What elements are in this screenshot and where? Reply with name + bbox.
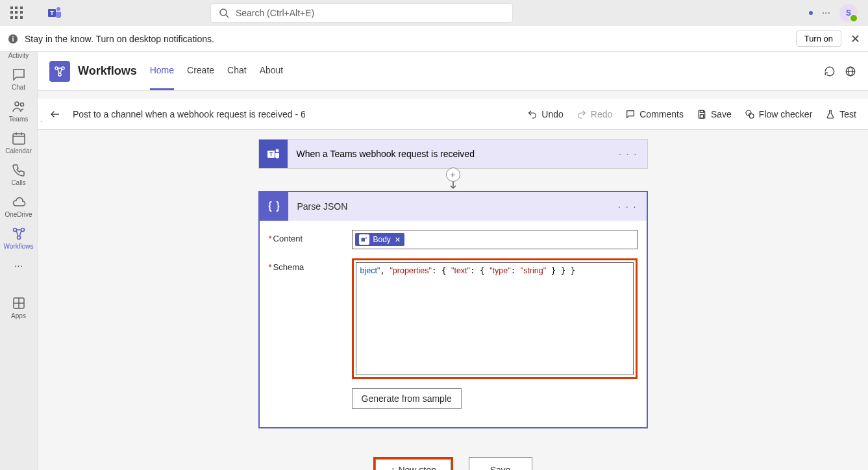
- svg-rect-28: [700, 114, 703, 117]
- info-icon: i: [8, 34, 18, 44]
- parse-json-step: Parse JSON · · · *Content Body: [258, 191, 648, 428]
- svg-point-32: [275, 149, 279, 153]
- turn-on-button[interactable]: Turn on: [796, 31, 841, 47]
- tab-about[interactable]: About: [260, 52, 284, 90]
- search-placeholder: Search (Ctrl+Alt+E): [236, 8, 314, 18]
- tab-create[interactable]: Create: [187, 52, 214, 90]
- svg-rect-27: [700, 110, 703, 112]
- redo-icon: [577, 109, 587, 119]
- save-label: Save: [711, 109, 732, 119]
- teams-logo-icon: T: [47, 5, 62, 21]
- body-token[interactable]: Body ✕: [355, 233, 404, 246]
- teams-connector-icon: T: [259, 140, 288, 168]
- schema-label: *Schema: [269, 258, 352, 272]
- close-icon[interactable]: ✕: [850, 32, 860, 46]
- presence-dot-icon: [809, 11, 813, 15]
- trigger-title: When a Teams webhook request is received: [297, 149, 475, 159]
- svg-text:T: T: [269, 151, 273, 157]
- schema-textarea[interactable]: bject", "properties": { "text": { "type"…: [356, 262, 634, 375]
- flow-canvas: T When a Teams webhook request is receiv…: [38, 130, 868, 470]
- app-launcher-icon[interactable]: [10, 6, 23, 19]
- step-menu-icon[interactable]: · · ·: [618, 201, 637, 212]
- save-icon: [697, 109, 707, 119]
- new-step-button[interactable]: + New step: [375, 459, 451, 470]
- notification-text: Stay in the know. Turn on desktop notifi…: [25, 34, 214, 44]
- token-label: Body: [373, 235, 391, 244]
- comments-button[interactable]: Comments: [625, 109, 684, 119]
- svg-point-3: [220, 9, 227, 16]
- new-step-highlight: + New step: [373, 457, 453, 470]
- trigger-step[interactable]: T When a Teams webhook request is receiv…: [258, 139, 648, 169]
- refresh-icon[interactable]: [824, 66, 836, 77]
- globe-icon[interactable]: [845, 66, 856, 77]
- svg-point-29: [749, 114, 754, 118]
- parse-json-title: Parse JSON: [297, 201, 348, 212]
- titlebar: T Search (Ctrl+Alt+E) ··· S: [0, 0, 868, 26]
- generate-from-sample-button[interactable]: Generate from sample: [352, 388, 462, 409]
- undo-icon: [527, 109, 538, 119]
- flow-name: Post to a channel when a webhook request…: [73, 109, 306, 119]
- beaker-icon: [825, 109, 836, 119]
- search-input[interactable]: Search (Ctrl+Alt+E): [210, 3, 513, 23]
- test-label: Test: [839, 109, 856, 119]
- save-button[interactable]: Save: [697, 109, 732, 119]
- svg-point-2: [56, 7, 60, 11]
- svg-point-35: [365, 237, 367, 239]
- teams-token-icon: [359, 234, 369, 245]
- comments-label: Comments: [639, 109, 684, 119]
- connector: +: [446, 169, 460, 191]
- more-icon[interactable]: ···: [822, 7, 830, 19]
- schema-input-highlight: bject", "properties": { "text": { "type"…: [352, 258, 638, 379]
- notification-bar: i Stay in the know. Turn on desktop noti…: [0, 26, 868, 52]
- add-step-icon[interactable]: +: [446, 167, 460, 182]
- tab-home[interactable]: Home: [150, 52, 174, 90]
- undo-label: Undo: [541, 109, 563, 119]
- arrow-down-icon: [448, 180, 458, 191]
- undo-button[interactable]: Undo: [527, 109, 563, 119]
- test-button[interactable]: Test: [825, 109, 856, 119]
- parse-json-icon: [260, 192, 288, 221]
- flow-checker-button[interactable]: Flow checker: [745, 109, 812, 119]
- workflows-header: Workflows Home Create Chat About: [38, 52, 868, 91]
- back-icon[interactable]: [49, 108, 61, 120]
- checker-icon: [745, 109, 755, 119]
- redo-label: Redo: [591, 109, 612, 119]
- content-input[interactable]: Body ✕: [352, 230, 638, 249]
- page-title: Workflows: [78, 64, 137, 78]
- stray-mark: `: [40, 121, 42, 128]
- avatar-initial: S: [846, 8, 851, 18]
- svg-text:i: i: [12, 35, 14, 43]
- remove-token-icon[interactable]: ✕: [395, 236, 401, 244]
- svg-line-4: [226, 15, 229, 18]
- svg-rect-34: [361, 238, 365, 242]
- parse-json-header[interactable]: Parse JSON · · ·: [260, 192, 647, 221]
- avatar[interactable]: S: [839, 4, 858, 22]
- checker-label: Flow checker: [759, 109, 812, 119]
- content-label: *Content: [269, 230, 352, 243]
- step-menu-icon[interactable]: · · ·: [619, 149, 638, 159]
- flow-toolbar: Post to a channel when a webhook request…: [38, 99, 868, 130]
- redo-button[interactable]: Redo: [577, 109, 612, 119]
- svg-text:T: T: [50, 10, 54, 16]
- search-icon: [219, 8, 229, 18]
- svg-point-5: [809, 11, 813, 15]
- workflows-app-icon: [49, 61, 70, 82]
- save-flow-button[interactable]: Save: [469, 457, 532, 470]
- comment-icon: [625, 109, 636, 119]
- tab-chat[interactable]: Chat: [227, 52, 247, 90]
